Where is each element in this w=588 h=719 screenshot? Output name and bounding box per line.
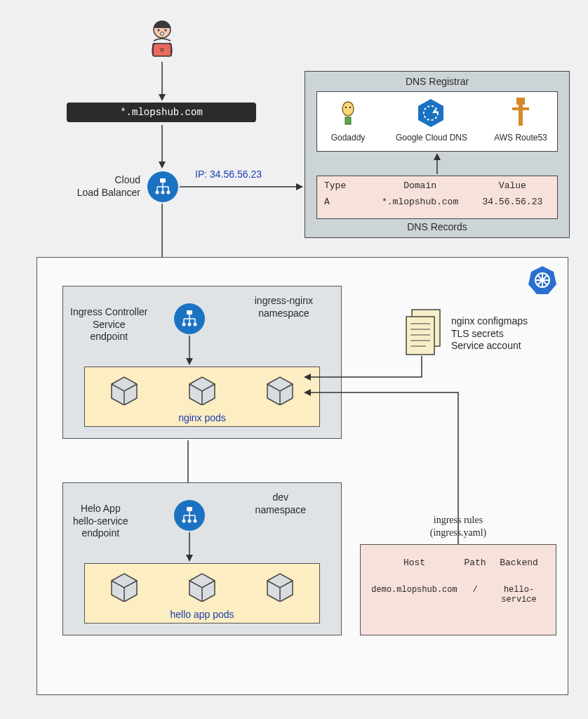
svg-point-75	[182, 520, 186, 523]
ir-hdr-host: Host	[370, 558, 458, 568]
kubernetes-logo-icon	[527, 265, 558, 296]
nginx-pods-box: nginx pods	[84, 367, 320, 427]
svg-marker-66	[304, 374, 311, 381]
domain-text: *.mlopshub.com	[120, 107, 203, 118]
dns-row-value: 34.56.56.23	[475, 197, 550, 207]
arrow-records-to-providers	[436, 153, 439, 174]
arrow-user-to-domain	[161, 62, 163, 101]
svg-point-16	[156, 191, 159, 194]
dev-svc-label: Helo App hello-service endpoint	[73, 503, 128, 540]
svg-marker-52	[186, 358, 193, 365]
pod-icon	[185, 374, 219, 407]
ingress-rules-panel: ingress rules (ingress.yaml) Host Path B…	[360, 544, 556, 635]
arrow-domain-to-lb	[161, 125, 163, 169]
pod-icon	[185, 571, 219, 604]
domain-bar: *.mlopshub.com	[67, 103, 256, 122]
dev-ns-label: dev namespace	[255, 492, 306, 516]
arrow-hello-svc-to-pods	[188, 532, 191, 562]
svg-rect-24	[345, 117, 351, 124]
svg-point-3	[161, 32, 163, 36]
dns-providers-box: Godaddy Google Cloud DNS AWS Route53	[316, 91, 558, 152]
dev-namespace-panel: dev namespace Helo App hello-service end…	[62, 482, 342, 635]
pod-icon	[263, 571, 297, 604]
svg-point-17	[161, 191, 165, 194]
aws-route53-icon	[508, 98, 533, 128]
ingress-namespace-panel: ingress-nginx namespace Ingress Controll…	[62, 286, 342, 439]
godaddy-label: Godaddy	[323, 133, 373, 143]
dns-registrar-panel: DNS Registrar Godaddy Google Cloud DNS A…	[305, 71, 570, 238]
svg-marker-20	[296, 183, 303, 190]
cloud-lb-label: Cloud Load Balancer	[70, 174, 140, 199]
dns-hdr-value: Value	[475, 180, 550, 191]
nginx-pods-label: nginx pods	[85, 412, 319, 423]
svg-point-23	[349, 107, 351, 108]
pod-icon	[263, 374, 297, 407]
dns-title: DNS Registrar	[305, 76, 569, 88]
dns-hdr-type: Type	[324, 180, 366, 191]
svg-rect-10	[160, 178, 166, 183]
arrow-rules-to-nginx	[304, 391, 461, 547]
svg-rect-28	[516, 98, 525, 105]
dns-hdr-domain: Domain	[366, 180, 475, 191]
svg-point-49	[188, 323, 192, 326]
svg-rect-69	[187, 507, 192, 511]
svg-rect-30	[512, 107, 529, 110]
pod-icon	[107, 571, 141, 604]
svg-marker-9	[159, 161, 166, 169]
svg-point-48	[182, 323, 186, 326]
svg-marker-7	[159, 94, 166, 101]
arrow-lb-to-dns	[180, 185, 303, 188]
svg-point-77	[194, 520, 197, 523]
route53-label: AWS Route53	[486, 133, 556, 143]
ir-row-host: demo.mlopshub.com	[370, 585, 458, 605]
svg-point-21	[342, 102, 354, 116]
svg-point-50	[194, 323, 197, 326]
ingress-svc-label: Ingress Controller Service endpoint	[70, 306, 148, 343]
documents-icon	[402, 308, 444, 359]
hello-pods-label: hello app pods	[85, 609, 319, 620]
arrow-configmaps-to-pods	[304, 356, 425, 384]
svg-rect-42	[187, 310, 192, 315]
svg-point-76	[188, 520, 192, 523]
hello-service-icon	[174, 500, 205, 531]
godaddy-icon	[335, 98, 361, 126]
hello-pods-box: hello app pods	[84, 563, 320, 624]
dns-records-box: Type Domain Value A *.mlopshub.com 34.56…	[316, 176, 558, 219]
ingress-ns-label: ingress-nginx namespace	[255, 295, 313, 319]
svg-point-18	[167, 191, 171, 194]
ingress-service-icon	[174, 303, 205, 334]
load-balancer-icon	[147, 171, 178, 202]
ir-row-path: /	[458, 585, 492, 605]
svg-marker-25	[418, 99, 443, 127]
svg-point-1	[158, 29, 160, 32]
arrow-ingress-svc-to-pods	[188, 336, 191, 365]
svg-rect-60	[406, 317, 434, 355]
ir-hdr-backend: Backend	[492, 558, 546, 568]
svg-marker-32	[434, 153, 441, 160]
svg-point-22	[345, 107, 347, 108]
svg-rect-4	[153, 44, 171, 56]
google-cloud-dns-icon	[415, 98, 446, 128]
pod-icon	[107, 374, 141, 407]
ir-hdr-path: Path	[458, 558, 492, 568]
gcloud-dns-label: Google Cloud DNS	[380, 133, 483, 143]
svg-marker-79	[186, 555, 193, 562]
configmaps-label: nginx configmaps TLS secrets Service acc…	[451, 315, 528, 352]
user-icon	[145, 20, 180, 60]
ip-label: IP: 34.56.56.23	[195, 169, 262, 180]
kubernetes-cluster-panel: ingress-nginx namespace Ingress Controll…	[36, 257, 568, 695]
svg-point-41	[540, 278, 544, 282]
dns-row-domain: *.mlopshub.com	[366, 197, 475, 207]
ir-row-backend: hello-service	[492, 585, 546, 605]
dns-records-title: DNS Records	[305, 221, 569, 234]
dns-row-type: A	[324, 197, 366, 207]
svg-point-2	[165, 29, 167, 32]
